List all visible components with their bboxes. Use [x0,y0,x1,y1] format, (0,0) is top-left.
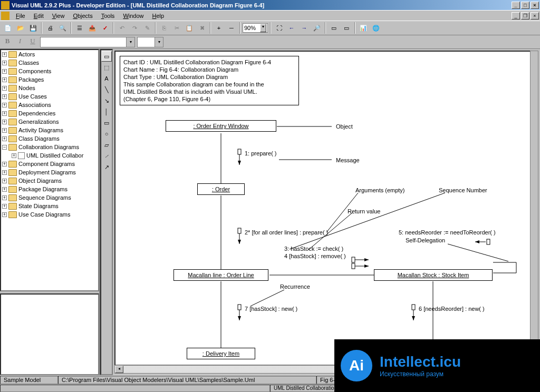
print-button[interactable]: 🖨 [44,22,56,34]
grid-button[interactable]: ─ [226,22,237,34]
model-tree[interactable]: +Actors+Classes+Components+Packages+Node… [0,49,99,291]
open-button[interactable]: 📂 [15,22,26,34]
menu-help[interactable]: Help [148,12,169,20]
tree-item[interactable]: +Generalizations [1,117,98,126]
find-button[interactable]: 🔎 [311,22,323,34]
minimize-button[interactable]: _ [512,2,520,9]
svg-rect-12 [352,257,355,262]
forward-button[interactable]: → [298,22,310,34]
ann-object: Object [336,123,353,130]
cut-button[interactable]: ✂ [171,22,182,34]
menu-file[interactable]: File [12,12,30,20]
svg-rect-6 [238,228,241,233]
svg-line-25 [250,290,284,306]
preview-pane [0,293,99,375]
fontsize-combo[interactable]: ▾ [137,37,163,47]
tree-item[interactable]: +Activity Diagrams [1,126,98,134]
brush-button[interactable]: ✎ [141,22,153,34]
mdi-close-button[interactable]: × [531,12,539,19]
tree-item[interactable]: +Use Case Diagrams [1,210,98,219]
underline-button[interactable]: U [27,37,38,47]
line2-tool[interactable]: │ [101,106,112,117]
tree-item[interactable]: +Class Diagrams [1,134,98,143]
export-button[interactable]: 📤 [86,22,98,34]
tree-item[interactable]: +Associations [1,101,98,109]
menu-objects[interactable]: Objects [69,12,97,20]
ann-selfdel: Self-Delegation [406,237,445,243]
new-button[interactable]: 📄 [2,22,14,34]
select-tool[interactable]: ⬚ [101,62,112,73]
menubar: File Edit View Objects Tools Window Help… [0,10,540,21]
arrow-tool[interactable]: ↘ [101,95,112,106]
tree-item[interactable]: +UML Distilled Collabor [1,151,98,160]
link-tool[interactable]: ⟋ [101,151,112,161]
chart-button[interactable]: 📊 [358,22,369,34]
menu-window[interactable]: Window [119,12,148,20]
msg-2: 2* [for all order lines] : prepare( ) [245,229,328,236]
connector-tool[interactable]: ↗ [101,162,112,172]
tree-item[interactable]: +Nodes [1,84,98,92]
menu-tools[interactable]: Tools [97,12,119,20]
redo-button[interactable]: ↷ [129,22,140,34]
chevron-down-icon[interactable]: ▾ [260,24,266,32]
mdi-restore-button[interactable]: ❐ [521,12,529,19]
zoom-combo[interactable]: 90%▾ [243,23,268,33]
menu-view[interactable]: View [48,12,69,20]
svg-rect-23 [238,305,241,310]
window1-button[interactable]: ▭ [328,22,340,34]
tree-item[interactable]: −Collaboration Diagrams [1,143,98,151]
delete-button[interactable]: ✖ [196,22,208,34]
text-tool[interactable]: A [101,73,112,84]
msg-1: 1: prepare( ) [245,150,277,156]
ellipse-tool[interactable]: ○ [101,129,112,139]
vertical-scrollbar[interactable] [530,51,538,366]
tree-item[interactable]: +Package Diagrams [1,185,98,193]
diagram-canvas[interactable]: Chart ID : UML Distilled Collaboration D… [114,51,538,366]
tree-item[interactable]: +Actors [1,50,98,58]
tree-item[interactable]: +Sequence Diagrams [1,193,98,202]
tree-item[interactable]: +Packages [1,75,98,84]
bold-button[interactable]: B [2,37,13,47]
tree-item[interactable]: +Component Diagrams [1,160,98,168]
paste-button[interactable]: 📋 [184,22,195,34]
workspace: +Actors+Classes+Components+Packages+Node… [0,49,540,375]
save-button[interactable]: 💾 [27,22,39,34]
tree-item[interactable]: +Components [1,67,98,75]
italic-button[interactable]: I [15,37,25,47]
chevron-down-icon[interactable]: ▾ [155,37,163,47]
app-icon [1,1,9,9]
web-button[interactable]: 🌐 [370,22,382,34]
ann-message: Message [336,157,360,163]
preview-button[interactable]: 🔍 [57,22,69,34]
chevron-down-icon[interactable]: ▾ [126,37,134,47]
properties-button[interactable]: ☰ [74,22,85,34]
tree-item[interactable]: +Object Diagrams [1,177,98,185]
tree-item[interactable]: +Deployment Diagrams [1,168,98,177]
window2-button[interactable]: ▭ [341,22,352,34]
crosshair-button[interactable]: + [213,22,225,34]
menu-edit[interactable]: Edit [30,12,48,20]
undo-button[interactable]: ↶ [116,22,128,34]
font-combo[interactable]: ▾ [40,37,135,47]
box-tool[interactable]: ▭ [101,117,112,128]
close-button[interactable]: × [531,2,539,9]
svg-rect-20 [412,305,415,310]
tree-item[interactable]: +Use Cases [1,92,98,101]
copy-button[interactable]: ⎘ [158,22,170,34]
tree-item[interactable]: +Dependencies [1,109,98,117]
msg-6: 6 [needsReorder] : new( ) [419,306,485,312]
fit-button[interactable]: ⛶ [273,22,285,34]
msg-3: 3: hasStock := check( ) [284,246,343,252]
spell-button[interactable]: ✓ [99,22,111,34]
scroll-left-icon[interactable]: ◂ [115,366,123,373]
mdi-minimize-button[interactable]: _ [512,12,520,19]
tree-item[interactable]: +Classes [1,58,98,67]
back-button[interactable]: ← [286,22,297,34]
tree-item[interactable]: +State Diagrams [1,202,98,210]
line-tool[interactable]: ╲ [101,84,112,95]
pointer-tool[interactable]: ▭ [101,51,112,62]
maximize-button[interactable]: □ [521,2,529,9]
svg-line-18 [448,244,508,261]
watermark-title: Intellect.icu [380,354,461,370]
note-tool[interactable]: ▱ [101,140,112,150]
